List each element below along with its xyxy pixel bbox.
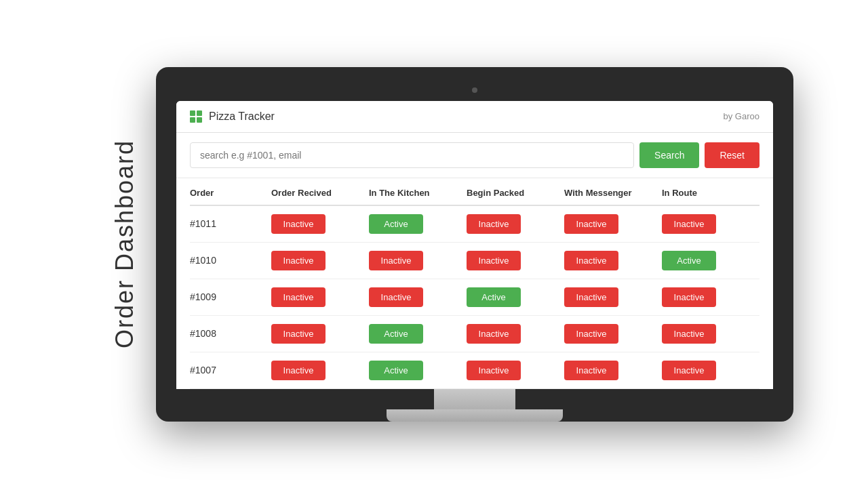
status-cell: Inactive [369, 251, 467, 270]
reset-button[interactable]: Reset [705, 142, 760, 168]
column-header: Order [190, 188, 271, 198]
monitor-base [387, 409, 563, 422]
app-byline: by Garoo [724, 111, 760, 121]
status-cell: Active [662, 251, 760, 270]
status-cell: Inactive [467, 361, 564, 380]
status-button-inactive[interactable]: Inactive [662, 287, 716, 307]
status-button-inactive[interactable]: Inactive [564, 251, 618, 270]
status-button-inactive[interactable]: Inactive [564, 287, 618, 307]
status-button-active[interactable]: Active [662, 251, 716, 270]
status-button-inactive[interactable]: Inactive [467, 324, 521, 344]
table-row: #1009InactiveInactiveActiveInactiveInact… [190, 279, 760, 316]
status-button-inactive[interactable]: Inactive [271, 251, 326, 270]
search-button[interactable]: Search [639, 142, 699, 168]
status-button-active[interactable]: Active [467, 287, 521, 307]
table-row: #1008InactiveActiveInactiveInactiveInact… [190, 316, 760, 352]
order-id: #1011 [190, 218, 271, 229]
status-button-active[interactable]: Active [369, 214, 423, 234]
status-button-inactive[interactable]: Inactive [564, 324, 618, 344]
search-input[interactable] [190, 142, 634, 168]
status-button-inactive[interactable]: Inactive [564, 214, 618, 234]
status-cell: Inactive [564, 361, 662, 380]
monitor-stand [176, 389, 773, 422]
status-cell: Inactive [271, 361, 369, 380]
grid-icon [190, 110, 202, 123]
status-button-inactive[interactable]: Inactive [271, 361, 326, 380]
order-id: #1008 [190, 328, 271, 339]
table-row: #1007InactiveActiveInactiveInactiveInact… [190, 352, 760, 389]
status-cell: Active [369, 214, 467, 234]
status-cell: Inactive [662, 287, 760, 307]
monitor-camera [472, 87, 477, 93]
header-left: Pizza Tracker [190, 110, 275, 123]
order-id: #1010 [190, 255, 271, 266]
column-header: With Messenger [564, 188, 662, 198]
monitor-neck [434, 389, 515, 409]
status-cell: Inactive [662, 324, 760, 344]
status-button-inactive[interactable]: Inactive [662, 214, 716, 234]
table-row: #1010InactiveInactiveInactiveInactiveAct… [190, 243, 760, 279]
status-button-inactive[interactable]: Inactive [467, 361, 521, 380]
status-button-inactive[interactable]: Inactive [271, 287, 326, 307]
status-cell: Inactive [564, 287, 662, 307]
table-body: #1011InactiveActiveInactiveInactiveInact… [190, 206, 760, 389]
monitor-screen: Pizza Tracker by Garoo Search Reset Orde… [176, 101, 773, 389]
order-id: #1009 [190, 291, 271, 302]
app-header: Pizza Tracker by Garoo [176, 101, 773, 133]
page-title: Order Dashboard [111, 140, 139, 348]
column-header: Order Recived [271, 188, 369, 198]
status-cell: Inactive [467, 324, 564, 344]
table-header: OrderOrder RecivedIn The KitchenBegin Pa… [190, 178, 760, 206]
status-button-active[interactable]: Active [369, 324, 423, 344]
monitor-shell: Pizza Tracker by Garoo Search Reset Orde… [156, 67, 793, 422]
app-title: Pizza Tracker [209, 110, 275, 123]
table-row: #1011InactiveActiveInactiveInactiveInact… [190, 206, 760, 243]
status-cell: Inactive [564, 214, 662, 234]
status-button-inactive[interactable]: Inactive [271, 214, 326, 234]
status-cell: Inactive [369, 287, 467, 307]
status-cell: Inactive [271, 324, 369, 344]
status-button-inactive[interactable]: Inactive [369, 251, 423, 270]
status-button-inactive[interactable]: Inactive [662, 324, 716, 344]
status-cell: Active [467, 287, 564, 307]
search-bar: Search Reset [176, 133, 773, 178]
status-cell: Active [369, 361, 467, 380]
status-cell: Inactive [564, 251, 662, 270]
column-header: In The Kitchen [369, 188, 467, 198]
status-button-inactive[interactable]: Inactive [467, 251, 521, 270]
status-cell: Inactive [467, 251, 564, 270]
status-button-inactive[interactable]: Inactive [467, 214, 521, 234]
column-header: Begin Packed [467, 188, 564, 198]
status-button-inactive[interactable]: Inactive [662, 361, 716, 380]
order-id: #1007 [190, 365, 271, 375]
status-cell: Inactive [662, 214, 760, 234]
status-cell: Inactive [467, 214, 564, 234]
status-button-inactive[interactable]: Inactive [564, 361, 618, 380]
tracker-table: OrderOrder RecivedIn The KitchenBegin Pa… [176, 178, 773, 389]
status-button-active[interactable]: Active [369, 361, 423, 380]
status-cell: Inactive [271, 251, 369, 270]
status-cell: Inactive [271, 287, 369, 307]
status-cell: Inactive [662, 361, 760, 380]
status-button-inactive[interactable]: Inactive [369, 287, 423, 307]
column-header: In Route [662, 188, 760, 198]
status-button-inactive[interactable]: Inactive [271, 324, 326, 344]
status-cell: Inactive [564, 324, 662, 344]
status-cell: Active [369, 324, 467, 344]
status-cell: Inactive [271, 214, 369, 234]
